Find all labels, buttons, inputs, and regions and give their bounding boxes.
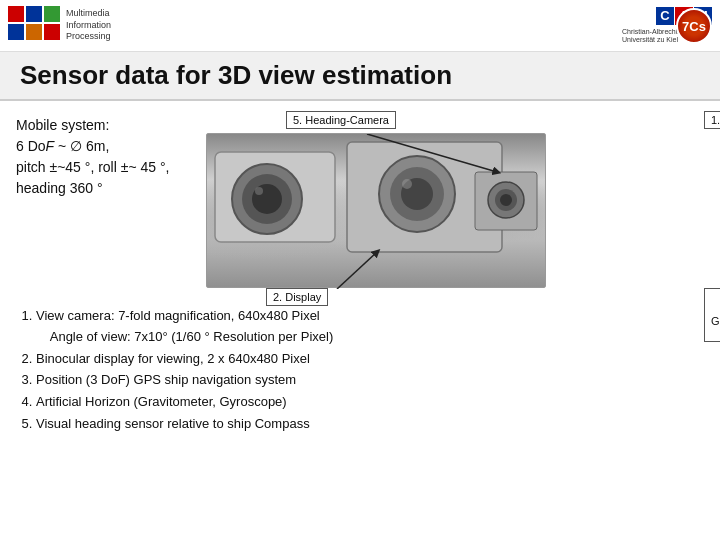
header: Multimedia Information Processing C A U … bbox=[0, 0, 720, 52]
mobile-system-line3: pitch ±~45 °, roll ±~ 45 °, bbox=[16, 157, 196, 178]
mip-logo-squares bbox=[8, 6, 60, 46]
svg-point-19 bbox=[500, 194, 512, 206]
camera-drawing bbox=[207, 134, 547, 289]
list-item: Binocular display for viewing, 2 x 640x4… bbox=[36, 349, 704, 370]
mip-logo: Multimedia Information Processing bbox=[8, 6, 111, 46]
page-title: Sensor data for 3D view estimation bbox=[20, 60, 700, 91]
svg-point-10 bbox=[255, 187, 263, 195]
svg-rect-2 bbox=[44, 6, 60, 22]
mobile-system-line2: 6 DoF ~ ∅ 6m, bbox=[16, 136, 196, 157]
list-item: Visual heading sensor relative to ship C… bbox=[36, 414, 704, 435]
mip-logo-svg bbox=[8, 6, 60, 46]
svg-rect-5 bbox=[44, 24, 60, 40]
page-title-bar: Sensor data for 3D view estimation bbox=[0, 52, 720, 101]
mobile-system-line4: heading 360 ° bbox=[16, 178, 196, 199]
cau-c-box: C bbox=[656, 7, 674, 25]
svg-rect-4 bbox=[26, 24, 42, 40]
feature-list: View camera: 7-fold magnification, 640x4… bbox=[16, 306, 704, 435]
mobile-system-line1: Mobile system: bbox=[16, 115, 196, 136]
svg-rect-0 bbox=[8, 6, 24, 22]
mip-logo-text: Multimedia Information Processing bbox=[66, 8, 111, 43]
view-camera-label: 1. View camera bbox=[704, 111, 720, 129]
bottom-list: View camera: 7-fold magnification, 640x4… bbox=[0, 298, 720, 435]
image-area: 5. Heading-Camera bbox=[206, 111, 704, 288]
main-content: Mobile system: 6 DoF ~ ∅ 6m, pitch ±~45 … bbox=[0, 101, 720, 298]
gravitometer-label: 4. Gravitometer,Gyroscope bbox=[704, 288, 720, 342]
camera-photo bbox=[206, 133, 546, 288]
list-item: View camera: 7-fold magnification, 640x4… bbox=[36, 306, 704, 348]
svg-point-15 bbox=[402, 179, 412, 189]
list-item: Position (3 DoF) GPS ship navigation sys… bbox=[36, 370, 704, 391]
svg-rect-1 bbox=[26, 6, 42, 22]
list-item: Artificial Horizon (Gravitometer, Gyrosc… bbox=[36, 392, 704, 413]
svg-rect-3 bbox=[8, 24, 24, 40]
display-label: 2. Display bbox=[266, 288, 328, 306]
heading-camera-label: 5. Heading-Camera bbox=[286, 111, 396, 129]
left-description: Mobile system: 6 DoF ~ ∅ 6m, pitch ±~45 … bbox=[16, 111, 196, 288]
svg-line-21 bbox=[337, 252, 377, 289]
sevens-badge: 7Cs bbox=[676, 8, 712, 44]
